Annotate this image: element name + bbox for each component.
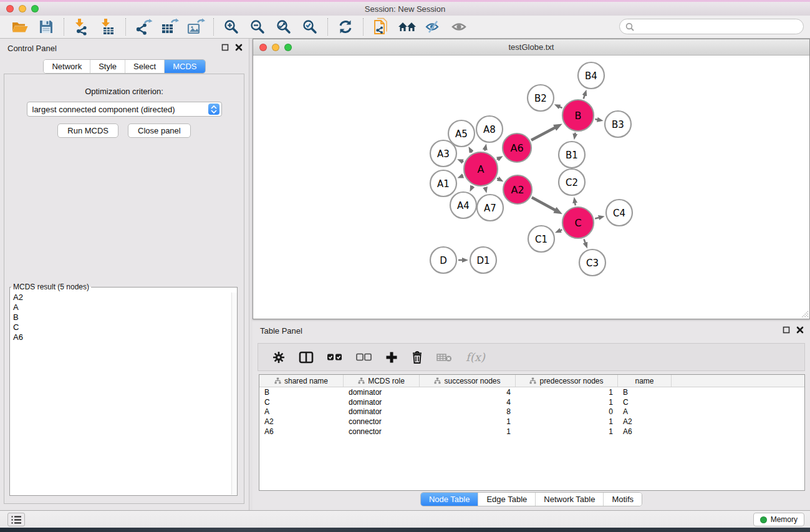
graph-node-A6[interactable]: A6 bbox=[503, 133, 531, 162]
add-column-icon[interactable] bbox=[385, 351, 398, 364]
hide-labels-icon[interactable] bbox=[422, 17, 445, 37]
tab-network[interactable]: Network bbox=[44, 60, 90, 73]
scrollbar-track[interactable] bbox=[231, 293, 237, 495]
memory-button[interactable]: Memory bbox=[753, 513, 804, 526]
mcds-result-item[interactable]: B bbox=[11, 312, 231, 322]
graph-node-B3[interactable]: B3 bbox=[605, 111, 631, 137]
graph-node-A8[interactable]: A8 bbox=[476, 116, 503, 142]
graph-edge-A2-C[interactable] bbox=[532, 197, 556, 210]
graph-edge-B-B3[interactable] bbox=[595, 119, 597, 120]
graph-edge-C-C3[interactable] bbox=[584, 239, 585, 243]
settings-gear-icon[interactable] bbox=[272, 351, 286, 364]
graph-edge-A-A8[interactable] bbox=[485, 149, 485, 150]
mcds-result-item[interactable]: A bbox=[11, 302, 231, 312]
graph-node-B[interactable]: B bbox=[562, 100, 594, 131]
graph-node-A7[interactable]: A7 bbox=[477, 195, 503, 221]
zoom-fit-icon[interactable] bbox=[272, 17, 295, 37]
graph-node-B4[interactable]: B4 bbox=[578, 62, 604, 89]
search-input[interactable] bbox=[637, 22, 803, 31]
table-row[interactable]: Cdominator41C bbox=[259, 397, 804, 407]
graph-node-A1[interactable]: A1 bbox=[430, 170, 456, 196]
table-row[interactable]: A2connector11A2 bbox=[259, 417, 804, 427]
mcds-result-item[interactable]: A2 bbox=[11, 293, 231, 302]
tab-network-table[interactable]: Network Table bbox=[535, 493, 603, 506]
show-graphics-details-icon[interactable] bbox=[448, 17, 471, 37]
graph-edge-B-B2[interactable] bbox=[559, 107, 562, 108]
export-image-icon[interactable] bbox=[185, 17, 207, 37]
export-table-icon[interactable] bbox=[158, 17, 181, 37]
delete-table-icon[interactable] bbox=[436, 352, 453, 362]
graph-edge-A-A4[interactable] bbox=[472, 186, 473, 186]
graph-node-A3[interactable]: A3 bbox=[430, 140, 456, 167]
graph-node-A2[interactable]: A2 bbox=[503, 175, 532, 204]
refresh-icon[interactable] bbox=[334, 17, 357, 37]
graph-edge-C-C1[interactable] bbox=[560, 230, 562, 230]
zoom-out-icon[interactable] bbox=[246, 17, 269, 37]
export-network-icon[interactable] bbox=[132, 17, 155, 37]
graph-node-C2[interactable]: C2 bbox=[559, 169, 585, 195]
function-builder-icon[interactable]: f(x) bbox=[466, 351, 485, 364]
tab-style[interactable]: Style bbox=[90, 60, 125, 73]
graph-node-label: B4 bbox=[585, 70, 597, 82]
network-canvas[interactable]: AA1A3A5A8A4A7A6A2BB2B4B3B1C2CC1C4C3DD1 bbox=[253, 56, 809, 319]
graph-node-C4[interactable]: C4 bbox=[606, 200, 632, 226]
select-all-columns-icon[interactable] bbox=[327, 353, 343, 361]
graph-node-D[interactable]: D bbox=[430, 247, 456, 273]
delete-columns-icon[interactable] bbox=[411, 351, 423, 364]
graph-node-A5[interactable]: A5 bbox=[448, 120, 475, 147]
table-row[interactable]: Adominator80A bbox=[259, 407, 804, 417]
tab-motifs[interactable]: Motifs bbox=[603, 493, 642, 506]
graph-node-C[interactable]: C bbox=[562, 207, 594, 238]
table-row[interactable]: Bdominator41B bbox=[259, 387, 804, 397]
graph-node-B1[interactable]: B1 bbox=[559, 142, 585, 168]
tab-node-table[interactable]: Node Table bbox=[421, 493, 478, 506]
close-table-panel-icon[interactable] bbox=[796, 326, 804, 334]
column-header-MCDS-role[interactable]: MCDS role bbox=[344, 375, 420, 387]
tab-mcds[interactable]: MCDS bbox=[164, 60, 205, 73]
save-session-icon[interactable] bbox=[35, 17, 57, 37]
import-network-icon[interactable] bbox=[70, 17, 93, 37]
column-header-shared-name[interactable]: shared name bbox=[259, 375, 344, 387]
resize-grip-icon[interactable] bbox=[801, 310, 809, 318]
show-all-networks-icon[interactable] bbox=[396, 17, 418, 37]
import-table-icon[interactable] bbox=[97, 17, 119, 37]
tab-select[interactable]: Select bbox=[125, 60, 164, 73]
criterion-select[interactable]: largest connected component (directed) bbox=[27, 102, 222, 117]
graph-edge-A-A6[interactable] bbox=[497, 159, 498, 160]
optimization-criterion-label: Optimization criterion: bbox=[4, 87, 244, 96]
float-panel-icon[interactable] bbox=[221, 44, 229, 51]
mcds-result-item[interactable]: C bbox=[11, 322, 231, 332]
graph-node-C3[interactable]: C3 bbox=[579, 249, 605, 276]
graph-node-C1[interactable]: C1 bbox=[528, 226, 554, 252]
graph-node-D1[interactable]: D1 bbox=[470, 247, 496, 273]
task-history-button[interactable] bbox=[7, 513, 25, 526]
column-header-predecessor-nodes[interactable]: predecessor nodes bbox=[516, 375, 618, 387]
close-panel-button[interactable]: Close panel bbox=[128, 123, 191, 138]
graph-edge-C-C2[interactable] bbox=[575, 203, 576, 206]
graph-node-A[interactable]: A bbox=[464, 152, 498, 186]
new-network-from-file-icon[interactable] bbox=[370, 17, 392, 37]
graph-edge-A-A2[interactable] bbox=[497, 178, 498, 179]
run-mcds-button[interactable]: Run MCDS bbox=[57, 123, 118, 138]
column-header-name[interactable]: name bbox=[618, 375, 672, 387]
graph-edge-B-B4[interactable] bbox=[584, 95, 585, 99]
close-panel-icon[interactable] bbox=[235, 44, 243, 51]
graph-edge-A6-B[interactable] bbox=[531, 127, 556, 140]
table-row[interactable]: A6connector11A6 bbox=[259, 427, 804, 437]
graph-edge-A-A3[interactable] bbox=[462, 162, 463, 162]
unselect-all-columns-icon[interactable] bbox=[356, 353, 372, 361]
node-table[interactable]: shared nameMCDS rolesuccessor nodesprede… bbox=[259, 374, 805, 491]
graph-edge-A-A5[interactable] bbox=[471, 152, 472, 153]
open-file-icon[interactable] bbox=[9, 17, 31, 37]
graph-edge-C-C4[interactable] bbox=[595, 218, 599, 219]
mcds-result-item[interactable]: A6 bbox=[11, 332, 231, 342]
graph-node-A4[interactable]: A4 bbox=[450, 192, 476, 218]
zoom-selected-icon[interactable] bbox=[299, 17, 321, 37]
float-table-panel-icon[interactable] bbox=[783, 326, 790, 334]
zoom-in-icon[interactable] bbox=[220, 17, 243, 37]
graph-node-B2[interactable]: B2 bbox=[528, 85, 554, 111]
search-box[interactable] bbox=[619, 19, 804, 34]
tab-edge-table[interactable]: Edge Table bbox=[478, 493, 535, 506]
column-header-successor-nodes[interactable]: successor nodes bbox=[420, 375, 516, 387]
split-table-icon[interactable] bbox=[299, 351, 314, 364]
